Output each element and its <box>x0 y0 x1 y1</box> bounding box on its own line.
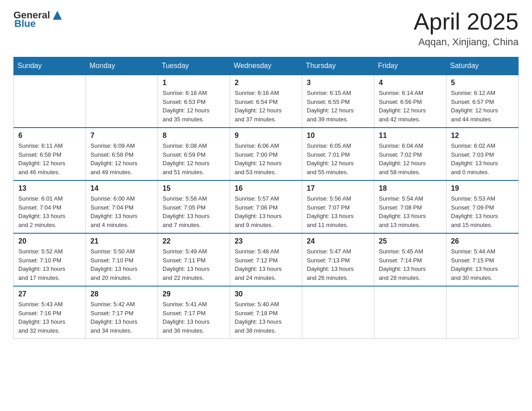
day-info: Sunrise: 6:05 AMSunset: 7:01 PMDaylight:… <box>307 141 369 176</box>
day-info: Sunrise: 5:53 AMSunset: 7:09 PMDaylight:… <box>451 194 514 229</box>
calendar-cell: 26Sunrise: 5:44 AMSunset: 7:15 PMDayligh… <box>446 233 519 286</box>
calendar-cell: 29Sunrise: 5:41 AMSunset: 7:17 PMDayligh… <box>158 286 230 339</box>
weekday-header-wednesday: Wednesday <box>230 57 302 75</box>
day-number: 22 <box>163 237 225 245</box>
day-number: 13 <box>18 184 81 193</box>
day-number: 25 <box>379 237 442 245</box>
day-info: Sunrise: 6:18 AMSunset: 6:53 PMDaylight:… <box>163 89 225 124</box>
day-number: 18 <box>379 184 442 193</box>
day-info: Sunrise: 5:47 AMSunset: 7:13 PMDaylight:… <box>307 247 369 282</box>
weekday-header-friday: Friday <box>374 57 446 75</box>
week-row-3: 13Sunrise: 6:01 AMSunset: 7:04 PMDayligh… <box>14 180 519 233</box>
calendar-cell: 16Sunrise: 5:57 AMSunset: 7:06 PMDayligh… <box>230 180 302 233</box>
day-number: 17 <box>307 184 369 193</box>
day-number: 26 <box>451 237 514 245</box>
day-info: Sunrise: 6:15 AMSunset: 6:55 PMDaylight:… <box>307 89 369 124</box>
calendar-cell: 30Sunrise: 5:40 AMSunset: 7:18 PMDayligh… <box>230 286 302 339</box>
calendar-cell: 27Sunrise: 5:43 AMSunset: 7:16 PMDayligh… <box>14 286 86 339</box>
day-number: 4 <box>379 79 442 87</box>
weekday-header-tuesday: Tuesday <box>158 57 230 75</box>
day-number: 2 <box>235 79 297 87</box>
day-info: Sunrise: 5:57 AMSunset: 7:06 PMDaylight:… <box>235 194 297 229</box>
calendar-cell: 7Sunrise: 6:09 AMSunset: 6:58 PMDaylight… <box>86 128 158 180</box>
calendar-cell <box>14 75 86 128</box>
calendar-cell <box>374 286 446 339</box>
day-number: 3 <box>307 79 369 87</box>
day-number: 27 <box>18 290 81 298</box>
day-info: Sunrise: 5:49 AMSunset: 7:11 PMDaylight:… <box>163 247 225 282</box>
calendar-cell: 14Sunrise: 6:00 AMSunset: 7:04 PMDayligh… <box>86 180 158 233</box>
day-info: Sunrise: 6:02 AMSunset: 7:03 PMDaylight:… <box>451 141 514 176</box>
calendar-cell: 11Sunrise: 6:04 AMSunset: 7:02 PMDayligh… <box>374 128 446 180</box>
calendar-cell: 6Sunrise: 6:11 AMSunset: 6:58 PMDaylight… <box>14 128 86 180</box>
calendar-cell: 18Sunrise: 5:54 AMSunset: 7:08 PMDayligh… <box>374 180 446 233</box>
day-number: 10 <box>307 132 369 140</box>
day-info: Sunrise: 6:00 AMSunset: 7:04 PMDaylight:… <box>90 194 153 229</box>
day-number: 14 <box>90 184 153 193</box>
day-info: Sunrise: 6:01 AMSunset: 7:04 PMDaylight:… <box>18 194 81 229</box>
week-row-1: 1Sunrise: 6:18 AMSunset: 6:53 PMDaylight… <box>14 75 519 128</box>
calendar-cell: 9Sunrise: 6:06 AMSunset: 7:00 PMDaylight… <box>230 128 302 180</box>
day-number: 29 <box>163 290 225 298</box>
day-info: Sunrise: 5:58 AMSunset: 7:05 PMDaylight:… <box>163 194 225 229</box>
day-number: 23 <box>235 237 297 245</box>
week-row-4: 20Sunrise: 5:52 AMSunset: 7:10 PMDayligh… <box>14 233 519 286</box>
day-number: 1 <box>163 79 225 87</box>
calendar-cell: 23Sunrise: 5:48 AMSunset: 7:12 PMDayligh… <box>230 233 302 286</box>
calendar-table: SundayMondayTuesdayWednesdayThursdayFrid… <box>13 57 519 339</box>
day-number: 28 <box>90 290 153 298</box>
calendar-cell: 24Sunrise: 5:47 AMSunset: 7:13 PMDayligh… <box>302 233 374 286</box>
day-info: Sunrise: 6:16 AMSunset: 6:54 PMDaylight:… <box>235 89 297 124</box>
day-info: Sunrise: 6:12 AMSunset: 6:57 PMDaylight:… <box>451 89 514 124</box>
title-section: April 2025 Aqqan, Xinjiang, China <box>414 9 519 48</box>
day-info: Sunrise: 5:45 AMSunset: 7:14 PMDaylight:… <box>379 247 442 282</box>
day-number: 19 <box>451 184 514 193</box>
calendar-cell: 13Sunrise: 6:01 AMSunset: 7:04 PMDayligh… <box>14 180 86 233</box>
day-info: Sunrise: 5:44 AMSunset: 7:15 PMDaylight:… <box>451 247 514 282</box>
day-info: Sunrise: 5:56 AMSunset: 7:07 PMDaylight:… <box>307 194 369 229</box>
calendar-cell: 5Sunrise: 6:12 AMSunset: 6:57 PMDaylight… <box>446 75 519 128</box>
calendar-cell: 17Sunrise: 5:56 AMSunset: 7:07 PMDayligh… <box>302 180 374 233</box>
day-number: 20 <box>18 237 81 245</box>
day-info: Sunrise: 5:52 AMSunset: 7:10 PMDaylight:… <box>18 247 81 282</box>
day-info: Sunrise: 5:43 AMSunset: 7:16 PMDaylight:… <box>18 300 81 335</box>
calendar-cell: 19Sunrise: 5:53 AMSunset: 7:09 PMDayligh… <box>446 180 519 233</box>
calendar-cell: 20Sunrise: 5:52 AMSunset: 7:10 PMDayligh… <box>14 233 86 286</box>
logo-blue-text: Blue <box>14 18 36 30</box>
weekday-header-monday: Monday <box>86 57 158 75</box>
day-number: 8 <box>163 132 225 140</box>
day-info: Sunrise: 5:48 AMSunset: 7:12 PMDaylight:… <box>235 247 297 282</box>
day-info: Sunrise: 5:42 AMSunset: 7:17 PMDaylight:… <box>90 300 153 335</box>
day-number: 5 <box>451 79 514 87</box>
logo-icon <box>51 9 64 21</box>
day-number: 6 <box>18 132 81 140</box>
day-info: Sunrise: 5:50 AMSunset: 7:10 PMDaylight:… <box>90 247 153 282</box>
day-number: 21 <box>90 237 153 245</box>
calendar-cell <box>86 75 158 128</box>
day-number: 11 <box>379 132 442 140</box>
calendar-cell: 3Sunrise: 6:15 AMSunset: 6:55 PMDaylight… <box>302 75 374 128</box>
weekday-header-thursday: Thursday <box>302 57 374 75</box>
day-info: Sunrise: 6:11 AMSunset: 6:58 PMDaylight:… <box>18 141 81 176</box>
location-text: Aqqan, Xinjiang, China <box>414 36 519 48</box>
calendar-cell: 10Sunrise: 6:05 AMSunset: 7:01 PMDayligh… <box>302 128 374 180</box>
month-title: April 2025 <box>414 9 519 34</box>
day-number: 24 <box>307 237 369 245</box>
calendar-cell: 2Sunrise: 6:16 AMSunset: 6:54 PMDaylight… <box>230 75 302 128</box>
logo: General Blue <box>13 9 64 30</box>
day-number: 16 <box>235 184 297 193</box>
day-number: 30 <box>235 290 297 298</box>
calendar-cell: 1Sunrise: 6:18 AMSunset: 6:53 PMDaylight… <box>158 75 230 128</box>
day-number: 12 <box>451 132 514 140</box>
day-number: 15 <box>163 184 225 193</box>
day-info: Sunrise: 5:54 AMSunset: 7:08 PMDaylight:… <box>379 194 442 229</box>
week-row-5: 27Sunrise: 5:43 AMSunset: 7:16 PMDayligh… <box>14 286 519 339</box>
calendar-cell <box>302 286 374 339</box>
weekday-header-sunday: Sunday <box>14 57 86 75</box>
day-info: Sunrise: 6:04 AMSunset: 7:02 PMDaylight:… <box>379 141 442 176</box>
calendar-cell: 12Sunrise: 6:02 AMSunset: 7:03 PMDayligh… <box>446 128 519 180</box>
calendar-cell: 4Sunrise: 6:14 AMSunset: 6:56 PMDaylight… <box>374 75 446 128</box>
calendar-cell: 21Sunrise: 5:50 AMSunset: 7:10 PMDayligh… <box>86 233 158 286</box>
calendar-cell: 15Sunrise: 5:58 AMSunset: 7:05 PMDayligh… <box>158 180 230 233</box>
day-info: Sunrise: 5:40 AMSunset: 7:18 PMDaylight:… <box>235 300 297 335</box>
